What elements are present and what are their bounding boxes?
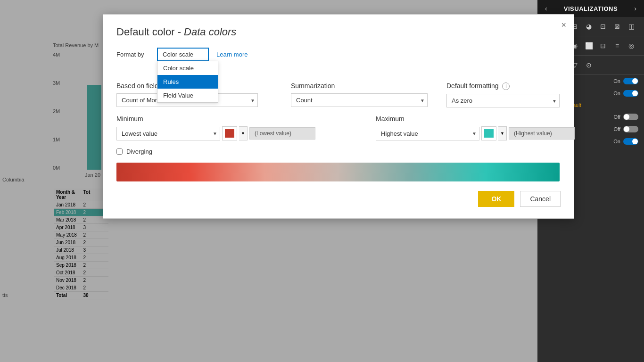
format-by-label: Format by [116, 51, 149, 58]
minimum-value-select[interactable]: Lowest value Number Percent Percentile [116, 127, 220, 140]
diverging-checkbox[interactable] [116, 148, 123, 155]
minimum-value-wrapper: Lowest value Number Percent Percentile ▼ [116, 127, 220, 140]
minimum-color-dropdown-button[interactable]: ▼ [239, 126, 248, 140]
maximum-value-select[interactable]: Highest value Number Percent Percentile [376, 127, 479, 140]
format-by-row: Format by Color scale Rules Field Value … [116, 48, 561, 61]
modal-title: Default color - Data colors [116, 26, 561, 38]
panel-title: VISUALIZATIONS [564, 5, 618, 12]
minimum-label: Minimum [116, 115, 376, 123]
toggle-knob-2 [632, 90, 638, 96]
toggle-track-bg[interactable] [623, 126, 638, 132]
maximum-value-wrapper: Highest value Number Percent Percentile … [376, 127, 479, 140]
minimum-section: Minimum Lowest value Number Percent Perc… [116, 115, 376, 140]
toggle-switch-3[interactable]: Off [614, 114, 638, 120]
toggle-track-3[interactable] [623, 114, 638, 120]
diverging-row: Diverging [116, 148, 561, 155]
minimum-color-button[interactable] [222, 126, 237, 140]
format-by-select-wrapper: Color scale Rules Field Value Color scal… [157, 48, 209, 61]
minimum-color-swatch [225, 129, 234, 138]
summarization-section: Summarization Count Sum Average Min Max … [291, 82, 446, 107]
format-by-dropdown: Color scale Rules Field Value [157, 61, 218, 103]
default-formatting-section: Default formatting i As zero As blank Do… [446, 82, 588, 107]
format-by-select[interactable]: Color scale Rules Field Value [157, 48, 209, 61]
modal-dialog: × Default color - Data colors Format by … [103, 14, 574, 219]
dropdown-item-rules[interactable]: Rules [157, 75, 218, 89]
toggle-label-bg: Off [614, 126, 620, 132]
dropdown-item-colorscale[interactable]: Color scale [157, 61, 218, 75]
summarization-label: Summarization [291, 82, 446, 90]
toggle-knob-3 [624, 114, 629, 120]
maximum-value-display: (Highest value) [509, 127, 575, 140]
toggle-track-4[interactable] [623, 138, 638, 145]
maximum-section: Maximum Highest value Number Percent Per… [376, 115, 575, 140]
toggle-switch-2[interactable]: On [613, 90, 638, 97]
toggle-label-2: On [613, 90, 620, 96]
default-formatting-label: Default formatting i [446, 82, 588, 90]
minimum-controls: Lowest value Number Percent Percentile ▼… [116, 126, 376, 140]
cancel-button[interactable]: Cancel [520, 191, 561, 207]
learn-more-link[interactable]: Learn more [216, 51, 248, 58]
dropdown-item-fieldvalue[interactable]: Field Value [157, 89, 218, 102]
kpi-viz-btn[interactable]: ⊟ [596, 39, 610, 52]
maximum-color-button[interactable] [481, 126, 496, 140]
modal-footer: OK Cancel [116, 191, 561, 207]
toggle-label-1: On [613, 78, 620, 84]
scatter-viz-btn[interactable]: ⊡ [596, 20, 610, 33]
toggle-knob-4 [632, 139, 638, 144]
toggle-label-4: On [613, 139, 620, 144]
toggle-track-2[interactable] [623, 90, 638, 97]
panel-nav-left[interactable]: ‹ [543, 5, 549, 12]
minimum-value-display: (Lowest value) [249, 127, 315, 140]
maximum-color-swatch [484, 129, 494, 138]
summarization-select[interactable]: Count Sum Average Min Max [291, 93, 428, 107]
toggle-knob-bg [624, 126, 629, 132]
default-formatting-wrapper: As zero As blank Don't summarize ▼ [446, 94, 560, 107]
custom-viz-btn[interactable]: ⊙ [582, 58, 596, 72]
area-viz-btn[interactable]: ◫ [624, 20, 638, 33]
diverging-label[interactable]: Diverging [126, 148, 152, 155]
default-formatting-select[interactable]: As zero As blank Don't summarize [446, 94, 560, 107]
toggle-track-1[interactable] [623, 78, 638, 84]
maximum-color-dropdown-button[interactable]: ▼ [498, 126, 507, 140]
modal-close-button[interactable]: × [561, 20, 566, 30]
pie-viz-btn[interactable]: ◕ [582, 20, 596, 33]
color-gradient-bar [116, 163, 560, 181]
slicer-viz-btn[interactable]: ≡ [610, 39, 624, 52]
panel-nav-right[interactable]: › [632, 5, 638, 12]
maximum-label: Maximum [376, 115, 575, 123]
summarization-wrapper: Count Sum Average Min Max ▼ [291, 93, 428, 107]
line-viz-btn[interactable]: ⊠ [610, 20, 624, 33]
card-viz-btn[interactable]: ⬜ [582, 39, 596, 52]
map-viz-btn[interactable]: ◎ [624, 39, 638, 52]
toggle-knob-1 [632, 78, 638, 84]
toggle-switch-background[interactable]: Off [614, 126, 638, 132]
default-formatting-info-icon[interactable]: i [502, 82, 510, 90]
toggle-label-3: Off [614, 114, 620, 120]
ok-button[interactable]: OK [478, 191, 514, 207]
maximum-controls: Highest value Number Percent Percentile … [376, 126, 575, 140]
toggle-switch-1[interactable]: On [613, 78, 638, 84]
toggle-switch-4[interactable]: On [613, 138, 638, 145]
min-max-row: Minimum Lowest value Number Percent Perc… [116, 115, 561, 140]
